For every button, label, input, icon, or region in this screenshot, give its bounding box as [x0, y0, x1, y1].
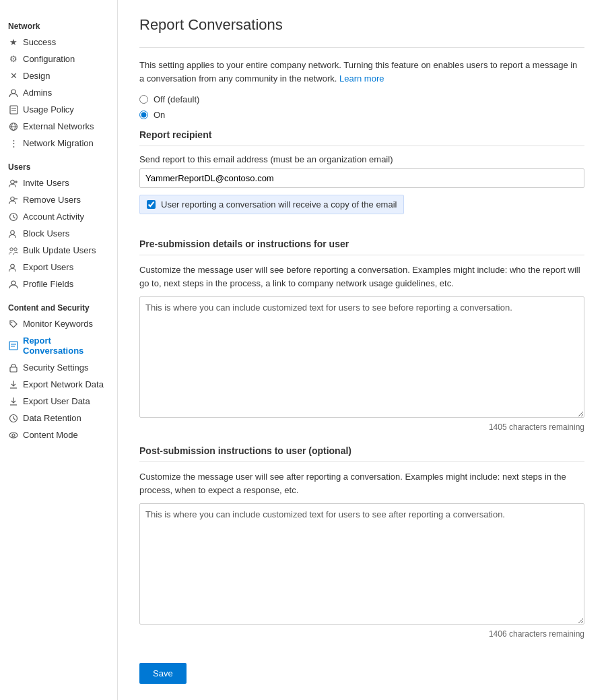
block-user-icon: [8, 229, 19, 238]
sidebar-label-success: Success: [23, 37, 56, 47]
radio-on-option[interactable]: On: [139, 110, 584, 120]
svg-point-10: [11, 197, 15, 201]
sidebar-item-admins[interactable]: Admins: [0, 84, 117, 101]
feature-toggle: Off (default) On: [139, 94, 584, 120]
sidebar-label-invite-users: Invite Users: [23, 178, 69, 188]
sidebar-label-export-user-data: Export User Data: [23, 396, 90, 406]
download-icon: [8, 380, 19, 389]
radio-off-input[interactable]: [139, 95, 148, 104]
sidebar-item-success[interactable]: ★ Success: [0, 34, 117, 51]
title-divider: [139, 47, 584, 48]
radio-on-label: On: [154, 110, 165, 120]
pre-submission-desc: Customize the message user will see befo…: [139, 263, 584, 290]
svg-point-20: [11, 321, 13, 323]
sidebar-label-remove-users: Remove Users: [23, 195, 81, 205]
copy-note: User reporting a conversation will recei…: [139, 195, 404, 214]
sidebar-label-export-users: Export Users: [23, 262, 73, 272]
radio-off-label: Off (default): [154, 94, 199, 104]
sidebar-item-external-networks[interactable]: External Networks: [0, 118, 117, 135]
post-submission-textarea[interactable]: This is where you can include customized…: [139, 503, 584, 625]
sidebar-label-data-retention: Data Retention: [23, 413, 81, 423]
sidebar-label-report-conversations: Report Conversations: [23, 336, 109, 356]
sidebar-label-bulk-update-users: Bulk Update Users: [23, 245, 96, 255]
sidebar-label-external-networks: External Networks: [23, 121, 94, 131]
sidebar-label-network-migration: Network Migration: [23, 138, 94, 148]
migration-icon: ⋮: [8, 138, 19, 148]
design-icon: ✕: [8, 71, 19, 81]
retention-icon: [8, 414, 19, 423]
remove-user-icon: [8, 195, 19, 205]
download2-icon: [8, 397, 19, 406]
admin-icon: [8, 88, 19, 98]
sidebar-label-design: Design: [23, 71, 50, 81]
gear-icon: ⚙: [8, 54, 19, 64]
svg-point-15: [11, 230, 15, 234]
sidebar-label-block-users: Block Users: [23, 228, 69, 238]
radio-off-option[interactable]: Off (default): [139, 94, 584, 104]
sidebar-item-export-network-data[interactable]: Export Network Data: [0, 376, 117, 393]
sidebar-section-content: Content and Security: [0, 296, 117, 315]
svg-point-18: [11, 264, 15, 268]
email-input[interactable]: [139, 168, 584, 188]
sidebar-item-usage-policy[interactable]: Usage Policy: [0, 101, 117, 118]
sidebar-item-security-settings[interactable]: Security Settings: [0, 359, 117, 376]
svg-rect-21: [9, 342, 18, 350]
sidebar-item-design[interactable]: ✕ Design: [0, 67, 117, 84]
sidebar-item-monitor-keywords[interactable]: Monitor Keywords: [0, 315, 117, 332]
lock-icon: [8, 363, 19, 373]
sidebar-label-admins: Admins: [23, 88, 52, 98]
main-description: This setting applies to your entire comp…: [139, 59, 584, 85]
sidebar-label-monitor-keywords: Monitor Keywords: [23, 319, 93, 329]
sidebar-item-data-retention[interactable]: Data Retention: [0, 410, 117, 426]
document-icon: [8, 105, 19, 115]
post-submission-textarea-container: This is where you can include customized…: [139, 503, 584, 627]
svg-point-19: [11, 281, 15, 285]
post-submission-header: Post-submission instructions to user (op…: [139, 445, 584, 462]
bulk-update-icon: [8, 246, 19, 255]
eye-icon: [8, 431, 19, 440]
sidebar-item-content-mode[interactable]: Content Mode: [0, 426, 117, 443]
sidebar-item-block-users[interactable]: Block Users: [0, 225, 117, 242]
sidebar-item-report-conversations[interactable]: Report Conversations: [0, 332, 117, 359]
sidebar-item-network-migration[interactable]: ⋮ Network Migration: [0, 135, 117, 152]
sidebar-section-network: Network: [0, 15, 117, 34]
svg-point-0: [11, 90, 15, 94]
sidebar-label-security-settings: Security Settings: [23, 362, 89, 373]
sidebar-item-export-user-data[interactable]: Export User Data: [0, 393, 117, 410]
svg-line-31: [13, 418, 15, 420]
pre-submission-textarea[interactable]: This is where you can include customized…: [139, 296, 584, 418]
tag-icon: [8, 319, 19, 329]
learn-more-link[interactable]: Learn more: [339, 73, 384, 84]
svg-point-7: [11, 180, 15, 184]
export-users-icon: [8, 263, 19, 272]
sidebar-item-account-activity[interactable]: Account Activity: [0, 208, 117, 225]
copy-checkbox[interactable]: [147, 200, 156, 209]
svg-point-17: [14, 247, 17, 250]
email-field-label: Send report to this email address (must …: [139, 154, 584, 164]
report-icon: [8, 341, 19, 350]
sidebar-item-bulk-update-users[interactable]: Bulk Update Users: [0, 242, 117, 259]
radio-on-input[interactable]: [139, 110, 148, 119]
pre-submission-textarea-container: This is where you can include customized…: [139, 296, 584, 420]
report-recipient-header: Report recipient: [139, 129, 584, 146]
sidebar-item-invite-users[interactable]: Invite Users: [0, 174, 117, 191]
clock-icon: [8, 212, 19, 222]
sidebar: Network ★ Success ⚙ Configuration ✕ Desi…: [0, 0, 118, 700]
globe-icon: [8, 122, 19, 131]
pre-submission-char-count: 1405 characters remaining: [139, 422, 584, 432]
sidebar-item-export-users[interactable]: Export Users: [0, 259, 117, 276]
save-button[interactable]: Save: [139, 663, 187, 684]
page-title: Report Conversations: [139, 16, 584, 34]
sidebar-item-configuration[interactable]: ⚙ Configuration: [0, 51, 117, 67]
star-icon: ★: [8, 37, 19, 47]
svg-point-16: [10, 247, 13, 250]
sidebar-item-profile-fields[interactable]: Profile Fields: [0, 276, 117, 292]
sidebar-label-profile-fields: Profile Fields: [23, 279, 73, 289]
svg-rect-24: [10, 367, 17, 372]
svg-point-32: [9, 433, 18, 438]
sidebar-label-content-mode: Content Mode: [23, 430, 78, 440]
sidebar-item-remove-users[interactable]: Remove Users: [0, 191, 117, 208]
main-content: Report Conversations This setting applie…: [118, 0, 606, 700]
pre-submission-header: Pre-submission details or instructions f…: [139, 238, 584, 255]
sidebar-label-account-activity: Account Activity: [23, 212, 84, 222]
